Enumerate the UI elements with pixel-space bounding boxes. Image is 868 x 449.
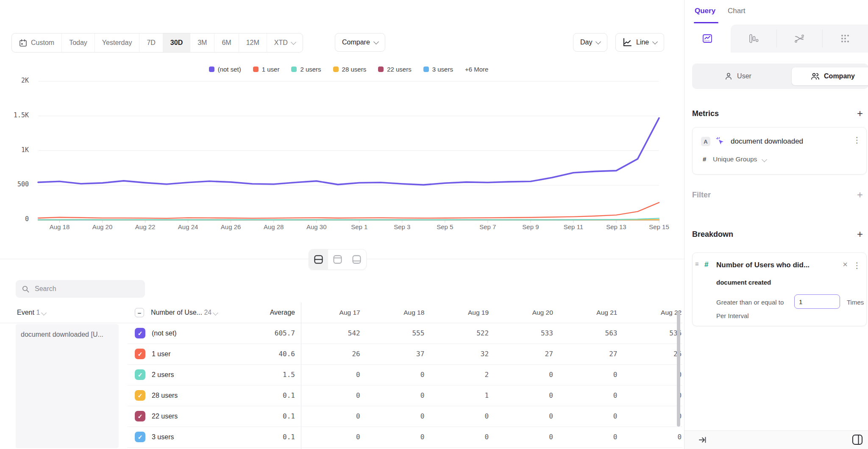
legend-more[interactable]: +6 More bbox=[465, 66, 488, 73]
condition-value-input[interactable] bbox=[794, 294, 840, 309]
tab-query[interactable]: Query bbox=[695, 7, 715, 15]
compare-label: Compare bbox=[342, 39, 370, 46]
day-column-header[interactable]: Aug 21 bbox=[558, 302, 623, 323]
per-interval-label[interactable]: Per Interval bbox=[716, 312, 749, 319]
view-tab-segmentation[interactable] bbox=[702, 33, 712, 44]
side-panel-layout-icon[interactable] bbox=[851, 434, 863, 446]
scope-user-button[interactable]: User bbox=[692, 64, 784, 89]
range-3m[interactable]: 3M bbox=[190, 33, 214, 52]
interval-dropdown[interactable]: Day bbox=[573, 33, 607, 52]
legend-item[interactable]: 2 users bbox=[291, 66, 321, 73]
search-box[interactable] bbox=[16, 280, 145, 298]
view-tab-flows[interactable] bbox=[794, 33, 804, 44]
day-column-header[interactable]: Aug 18 bbox=[365, 302, 430, 323]
x-tick-label: Aug 20 bbox=[83, 223, 122, 230]
view-tab-retention[interactable] bbox=[840, 33, 850, 44]
row-value: 0 bbox=[494, 406, 553, 427]
x-tick-label: Sep 13 bbox=[597, 223, 635, 230]
divider bbox=[776, 30, 777, 47]
drag-handle-icon[interactable]: ≡ bbox=[695, 260, 699, 267]
event-column-header[interactable]: Event 1 bbox=[17, 302, 46, 323]
chart-type-dropdown[interactable]: Line bbox=[615, 33, 664, 52]
x-tick-label: Aug 24 bbox=[169, 223, 207, 230]
event-name-cell[interactable]: document downloaded [U... bbox=[16, 324, 119, 448]
row-checkbox[interactable]: ✓ bbox=[135, 390, 145, 401]
select-all-checkbox[interactable]: – bbox=[135, 308, 144, 317]
legend-item[interactable]: (not set) bbox=[209, 66, 241, 73]
table-row: ✓1 user40.6263732272726 bbox=[127, 344, 682, 365]
series-line-(not set)[interactable] bbox=[38, 118, 659, 185]
range-7d[interactable]: 7D bbox=[139, 33, 162, 52]
add-breakdown-button[interactable]: + bbox=[854, 228, 866, 240]
chevron-down-icon bbox=[213, 310, 218, 316]
aggregation-dropdown[interactable]: Unique Groups bbox=[713, 155, 766, 163]
range-today[interactable]: Today bbox=[61, 33, 95, 52]
metric-card[interactable]: A document downloaded ⋮ # Unique Groups bbox=[692, 127, 867, 175]
legend-item[interactable]: 22 users bbox=[378, 66, 412, 73]
row-label: 22 users bbox=[152, 406, 178, 427]
day-column-header[interactable]: Aug 20 bbox=[494, 302, 558, 323]
range-yesterday[interactable]: Yesterday bbox=[95, 33, 139, 52]
view-tab-bar-chart[interactable] bbox=[748, 33, 759, 44]
layout-table-only-button[interactable] bbox=[347, 249, 366, 269]
day-column-header[interactable]: Aug 17 bbox=[301, 302, 365, 323]
breakdown-event-name[interactable]: document created bbox=[716, 279, 771, 286]
legend-item[interactable]: 28 users bbox=[333, 66, 367, 73]
compare-button[interactable]: Compare bbox=[335, 33, 385, 52]
vertical-scrollbar[interactable] bbox=[677, 311, 680, 427]
legend-label: 28 users bbox=[342, 66, 367, 73]
condition-unit-label: Times bbox=[847, 295, 864, 310]
legend-item[interactable]: 1 user bbox=[253, 66, 280, 73]
chevron-down-icon bbox=[762, 157, 767, 162]
range-6m[interactable]: 6M bbox=[214, 33, 238, 52]
add-metric-button[interactable]: + bbox=[854, 108, 866, 119]
metric-name: document downloaded bbox=[731, 137, 803, 146]
row-value: 0 bbox=[558, 385, 618, 406]
layout-chart-only-button[interactable] bbox=[328, 249, 347, 269]
range-30d[interactable]: 30D bbox=[163, 33, 190, 52]
legend-swatch bbox=[333, 67, 339, 72]
filter-heading: Filter bbox=[692, 191, 711, 200]
row-label: 2 users bbox=[152, 364, 174, 385]
breakdown-card[interactable]: ≡ # Number of Users who did... × ⋮ docum… bbox=[692, 252, 867, 326]
kebab-menu-icon[interactable]: ⋮ bbox=[853, 135, 861, 145]
group-column-header[interactable]: Number of Use... 24 bbox=[151, 302, 217, 323]
split-view-icon bbox=[314, 255, 323, 264]
row-average: 605.7 bbox=[237, 323, 295, 344]
legend-item[interactable]: 3 users bbox=[423, 66, 453, 73]
x-tick-label: Sep 15 bbox=[640, 223, 678, 230]
collapse-panel-icon[interactable] bbox=[698, 435, 707, 444]
series-line-1 user[interactable] bbox=[38, 202, 659, 218]
row-value: 0 bbox=[623, 427, 682, 447]
x-tick-label: Sep 11 bbox=[554, 223, 593, 230]
row-checkbox[interactable]: ✓ bbox=[135, 411, 145, 421]
row-checkbox[interactable]: ✓ bbox=[135, 349, 145, 359]
close-icon[interactable]: × bbox=[843, 260, 848, 269]
scope-company-button[interactable]: Company bbox=[791, 67, 868, 86]
series-line-2 users[interactable] bbox=[38, 218, 659, 220]
search-input[interactable] bbox=[34, 285, 129, 293]
chart-type-label: Line bbox=[636, 39, 649, 46]
group-column-label: Number of Use... bbox=[151, 309, 202, 316]
row-checkbox[interactable]: ✓ bbox=[135, 328, 145, 338]
range-xtd[interactable]: XTD bbox=[267, 33, 303, 52]
range-label: 7D bbox=[147, 39, 155, 47]
tab-chart[interactable]: Chart bbox=[728, 7, 746, 15]
breakdown-condition-label[interactable]: Greater than or equal to bbox=[716, 295, 784, 310]
range-custom[interactable]: Custom bbox=[12, 33, 61, 52]
row-checkbox[interactable]: ✓ bbox=[135, 369, 145, 380]
day-column-header[interactable]: Aug 19 bbox=[429, 302, 494, 323]
kebab-menu-icon[interactable]: ⋮ bbox=[853, 261, 861, 270]
range-12m[interactable]: 12M bbox=[239, 33, 267, 52]
x-tick-label: Sep 7 bbox=[469, 223, 507, 230]
row-value: 0 bbox=[301, 364, 360, 385]
layout-split-button[interactable] bbox=[309, 249, 328, 269]
check-icon: ✓ bbox=[138, 392, 143, 399]
row-value: 533 bbox=[494, 323, 553, 344]
x-tick-label: Sep 9 bbox=[512, 223, 550, 230]
row-value: 536 bbox=[623, 323, 682, 344]
row-value: 2 bbox=[429, 364, 489, 385]
add-filter-button[interactable]: + bbox=[854, 189, 866, 201]
legend-swatch bbox=[291, 67, 297, 72]
row-checkbox[interactable]: ✓ bbox=[135, 432, 145, 442]
